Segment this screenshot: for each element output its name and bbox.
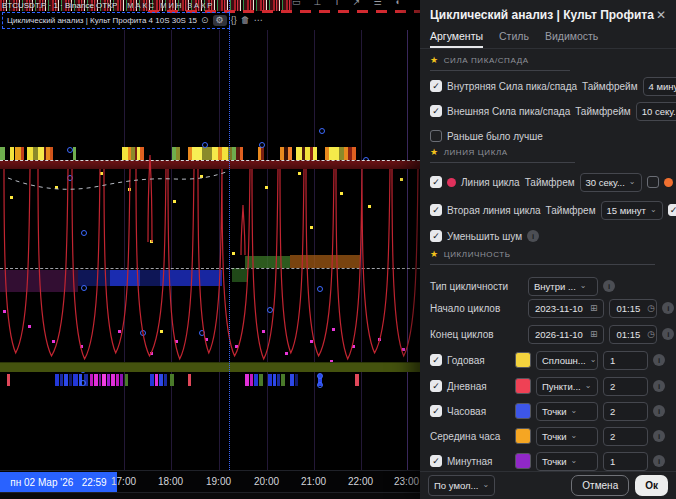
chevron-down-icon: ⌄ xyxy=(590,355,597,364)
tab-visibility[interactable]: Видимость xyxy=(545,28,598,48)
cycle-points-checkbox[interactable] xyxy=(668,204,676,216)
crosshair-line xyxy=(229,0,230,492)
second-line-label: Вторая линия цикла xyxy=(447,205,541,216)
row-second-line: Вторая линия цикла Таймфрем 15 минут⌄ То… xyxy=(430,199,670,221)
reduce-noise-label: Уменьшить шум xyxy=(447,231,522,242)
row-midhour: Середина часа Точки⌄ 2 i xyxy=(430,425,670,447)
time-tick: 22:00 xyxy=(348,476,373,487)
yearly-checkbox[interactable] xyxy=(430,354,442,366)
minute-color-swatch[interactable] xyxy=(515,453,531,469)
time-tick: 20:00 xyxy=(254,476,279,487)
close-icon[interactable]: ✕ xyxy=(656,8,666,22)
slow-line-dashed-path xyxy=(8,171,229,189)
cycle-line-label: Линия цикла xyxy=(461,177,520,188)
bottom-bar xyxy=(0,492,420,499)
minute-style-select[interactable]: Точки⌄ xyxy=(536,452,598,471)
slow-color-swatch[interactable] xyxy=(664,178,673,187)
width-value: 2 xyxy=(610,431,615,442)
time-axis[interactable]: пн 02 Мар '26 22:59 17:0018:0019:0020:00… xyxy=(0,470,420,493)
slow-checkbox[interactable] xyxy=(647,176,659,188)
daily-color-swatch[interactable] xyxy=(515,378,531,394)
info-icon[interactable]: i xyxy=(662,302,674,314)
inner-timeframe-select[interactable]: 4 минуты⌄ xyxy=(643,77,676,96)
selected-value: Внутри ... xyxy=(534,281,576,292)
selected-value: Пункти... xyxy=(542,381,581,392)
chevron-down-icon: ⌄ xyxy=(482,480,489,489)
info-icon[interactable]: i xyxy=(527,230,539,242)
minute-checkbox[interactable] xyxy=(430,455,442,467)
tab-arguments[interactable]: Аргументы xyxy=(430,28,483,48)
outer-strength-checkbox[interactable] xyxy=(430,105,442,117)
dialog-body: ★ СИЛА ПИКА/СПАДА Внутряняя Сила пика/сп… xyxy=(420,47,676,471)
timeframe-label: Таймфрейм xyxy=(582,81,638,92)
hourly-color-swatch[interactable] xyxy=(515,403,531,419)
row-cycles-start: Начало циклов 2023-11-10⊞ 01:15◷ i xyxy=(430,297,670,319)
yearly-color-swatch[interactable] xyxy=(515,352,531,368)
minute-width-input[interactable]: 1 xyxy=(603,452,648,471)
midhour-width-input[interactable]: 2 xyxy=(603,427,648,446)
outer-timeframe-select[interactable]: 10 секу...⌄ xyxy=(636,102,676,121)
cycle-curves xyxy=(0,0,420,470)
info-icon[interactable]: i xyxy=(653,455,665,467)
dialog-tabs: Аргументы Стиль Видимость xyxy=(420,28,676,49)
cancel-button[interactable]: Отмена xyxy=(571,475,629,496)
hourly-checkbox[interactable] xyxy=(430,405,442,417)
daily-width-input[interactable]: 2 xyxy=(603,377,648,396)
earlier-better-checkbox[interactable] xyxy=(430,130,442,142)
info-icon[interactable]: i xyxy=(662,328,674,340)
second-line-timeframe-select[interactable]: 15 минут⌄ xyxy=(601,201,663,220)
start-date-input[interactable]: 2023-11-10⊞ xyxy=(528,299,604,318)
second-line-checkbox[interactable] xyxy=(430,204,442,216)
defaults-select[interactable]: По умол...⌄ xyxy=(428,475,495,496)
daily-style-select[interactable]: Пункти...⌄ xyxy=(536,377,598,396)
hourly-width-input[interactable]: 2 xyxy=(603,402,648,421)
tab-style[interactable]: Стиль xyxy=(499,28,529,48)
selected-value: По умол... xyxy=(434,480,478,491)
inner-strength-checkbox[interactable] xyxy=(430,80,442,92)
cycle-line-timeframe-select[interactable]: 30 секу...⌄ xyxy=(580,173,642,192)
timeframe-label: Таймфрем xyxy=(525,177,575,188)
cycle-line-checkbox[interactable] xyxy=(430,176,442,188)
end-date-input[interactable]: 2026-11-10⊞ xyxy=(528,325,604,344)
daily-checkbox[interactable] xyxy=(430,380,442,392)
info-icon[interactable]: i xyxy=(653,430,665,442)
dialog-footer: По умол...⌄ Отмена Ок xyxy=(420,471,676,499)
inner-strength-label: Внутряняя Сила пика/спада xyxy=(447,81,577,92)
hourly-style-select[interactable]: Точки⌄ xyxy=(536,402,598,421)
timeframe-label: Таймфрейм xyxy=(575,106,631,117)
yearly-width-input[interactable]: 1 xyxy=(603,351,648,370)
cyclicity-type-select[interactable]: Внутри ...⌄ xyxy=(528,277,598,296)
date-value: 2026-11-10 xyxy=(535,329,583,340)
date-value: 2023-11-10 xyxy=(535,303,583,314)
time-tick: 23:00 xyxy=(394,476,419,487)
dialog-header[interactable]: Циклический анализ | Культ Профита ✕ xyxy=(420,0,676,28)
selected-value: Точки xyxy=(542,456,567,467)
cycle-curve-path xyxy=(4,155,418,359)
selected-value: 15 минут xyxy=(607,205,646,216)
midhour-color-swatch[interactable] xyxy=(515,428,531,444)
row-cycles-end: Конец циклов 2026-11-10⊞ 01:15◷ i xyxy=(430,323,670,345)
clock-icon: ◷ xyxy=(647,329,655,339)
time-tick: 17:00 xyxy=(111,476,136,487)
info-icon[interactable]: i xyxy=(603,280,615,292)
minute-label: Минутная xyxy=(447,456,493,467)
yearly-style-select[interactable]: Сплошн...⌄ xyxy=(536,351,598,370)
daily-label: Дневная xyxy=(447,381,487,392)
reduce-noise-checkbox[interactable] xyxy=(430,230,442,242)
section-cyclicity: ★ ЦИКЛИЧНОСТЬ xyxy=(430,249,511,259)
midhour-style-select[interactable]: Точки⌄ xyxy=(536,427,598,446)
info-icon[interactable]: i xyxy=(653,354,665,366)
info-icon[interactable]: i xyxy=(653,405,665,417)
star-icon: ★ xyxy=(430,249,439,259)
row-reduce-noise: Уменьшить шум i xyxy=(430,225,670,247)
end-time-input[interactable]: 01:15◷ xyxy=(609,325,657,344)
row-outer-strength: Внешняя Сила пика/спада Таймфрейм 10 сек… xyxy=(430,100,670,122)
cycle-line-color-swatch[interactable] xyxy=(447,178,456,187)
ok-button[interactable]: Ок xyxy=(635,475,668,496)
time-value: 01:15 xyxy=(616,329,640,340)
time-tick: 18:00 xyxy=(158,476,183,487)
start-time-input[interactable]: 01:15◷ xyxy=(609,299,657,318)
info-icon[interactable]: i xyxy=(653,380,665,392)
selected-value: 10 секу... xyxy=(642,106,676,117)
row-hourly: Часовая Точки⌄ 2 i xyxy=(430,400,670,422)
